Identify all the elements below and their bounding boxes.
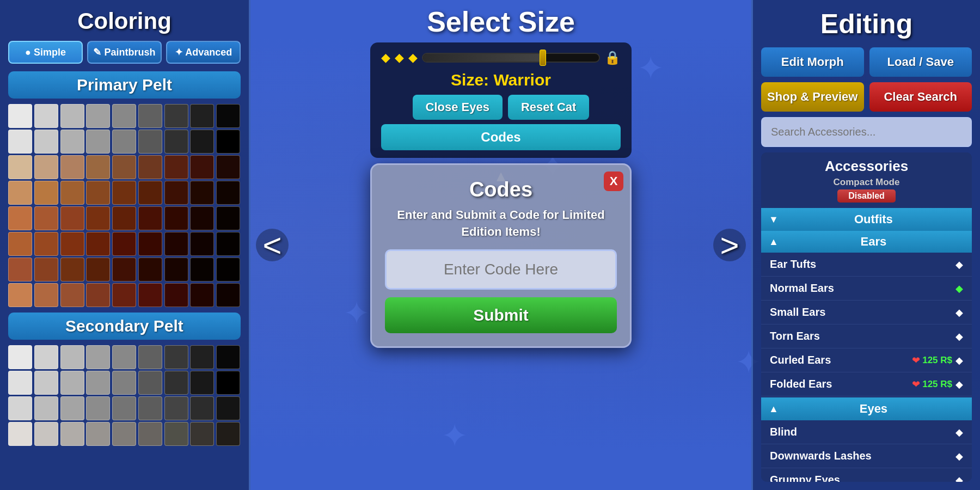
color-swatch[interactable] [34, 130, 58, 154]
color-swatch[interactable] [34, 422, 58, 446]
color-swatch[interactable] [86, 345, 110, 369]
color-swatch[interactable] [60, 155, 84, 179]
color-swatch[interactable] [190, 181, 214, 205]
color-swatch[interactable] [8, 345, 32, 369]
color-swatch[interactable] [8, 104, 32, 128]
color-swatch[interactable] [8, 181, 32, 205]
color-swatch[interactable] [190, 345, 214, 369]
color-swatch[interactable] [34, 396, 58, 420]
color-swatch[interactable] [138, 283, 162, 307]
color-swatch[interactable] [86, 232, 110, 256]
close-eyes-btn[interactable]: Close Eyes [413, 95, 503, 120]
list-item[interactable]: Folded Ears ❤ 125 R$ ◆ [761, 372, 972, 396]
color-swatch[interactable] [60, 258, 84, 281]
advanced-btn[interactable]: ✦ Advanced [166, 41, 241, 64]
color-swatch[interactable] [60, 422, 84, 446]
color-swatch[interactable] [190, 206, 214, 230]
color-swatch[interactable] [190, 155, 214, 179]
color-swatch[interactable] [34, 206, 58, 230]
color-swatch[interactable] [60, 396, 84, 420]
color-swatch[interactable] [112, 206, 136, 230]
color-swatch[interactable] [190, 130, 214, 154]
color-swatch[interactable] [138, 258, 162, 281]
simple-btn[interactable]: ● Simple [8, 41, 83, 64]
outfits-category-header[interactable]: ▼ Outfits [761, 208, 972, 231]
color-swatch[interactable] [60, 283, 84, 307]
list-item[interactable]: Grumpy Eyes ◆ [761, 468, 972, 482]
shop-preview-btn[interactable]: Shop & Preview [761, 82, 864, 112]
color-swatch[interactable] [216, 371, 240, 395]
color-swatch[interactable] [34, 104, 58, 128]
color-swatch[interactable] [8, 371, 32, 395]
color-swatch[interactable] [8, 396, 32, 420]
color-swatch[interactable] [112, 155, 136, 179]
color-swatch[interactable] [8, 155, 32, 179]
color-swatch[interactable] [34, 181, 58, 205]
color-swatch[interactable] [34, 371, 58, 395]
color-swatch[interactable] [216, 104, 240, 128]
color-swatch[interactable] [190, 422, 214, 446]
color-swatch[interactable] [190, 258, 214, 281]
list-item[interactable]: Torn Ears ◆ [761, 324, 972, 348]
color-swatch[interactable] [34, 345, 58, 369]
color-swatch[interactable] [216, 130, 240, 154]
size-slider[interactable] [422, 53, 600, 63]
code-input[interactable] [385, 249, 617, 290]
color-swatch[interactable] [34, 155, 58, 179]
color-swatch[interactable] [86, 283, 110, 307]
color-swatch[interactable] [60, 130, 84, 154]
edit-morph-btn[interactable]: Edit Morph [761, 47, 864, 77]
color-swatch[interactable] [138, 422, 162, 446]
color-swatch[interactable] [112, 345, 136, 369]
color-swatch[interactable] [190, 283, 214, 307]
color-swatch[interactable] [112, 258, 136, 281]
load-save-btn[interactable]: Load / Save [869, 47, 972, 77]
color-swatch[interactable] [138, 206, 162, 230]
color-swatch[interactable] [138, 371, 162, 395]
color-swatch[interactable] [138, 130, 162, 154]
color-swatch[interactable] [60, 206, 84, 230]
color-swatch[interactable] [60, 232, 84, 256]
paintbrush-btn[interactable]: ✎ Paintbrush [87, 41, 162, 64]
color-swatch[interactable] [138, 181, 162, 205]
color-swatch[interactable] [164, 422, 188, 446]
color-swatch[interactable] [112, 371, 136, 395]
color-swatch[interactable] [112, 283, 136, 307]
color-swatch[interactable] [164, 371, 188, 395]
color-swatch[interactable] [138, 155, 162, 179]
color-swatch[interactable] [190, 371, 214, 395]
color-swatch[interactable] [164, 258, 188, 281]
color-swatch[interactable] [138, 232, 162, 256]
color-swatch[interactable] [60, 104, 84, 128]
color-swatch[interactable] [8, 130, 32, 154]
color-swatch[interactable] [164, 130, 188, 154]
color-swatch[interactable] [86, 371, 110, 395]
color-swatch[interactable] [60, 345, 84, 369]
nav-left-arrow[interactable]: < [256, 229, 289, 261]
clear-search-btn[interactable]: Clear Search [869, 82, 972, 112]
list-item[interactable]: Ear Tufts ◆ [761, 253, 972, 277]
compact-mode-status[interactable]: Disabled [837, 189, 896, 203]
color-swatch[interactable] [190, 396, 214, 420]
color-swatch[interactable] [138, 104, 162, 128]
color-swatch[interactable] [8, 206, 32, 230]
color-swatch[interactable] [216, 232, 240, 256]
color-swatch[interactable] [164, 206, 188, 230]
color-swatch[interactable] [164, 104, 188, 128]
color-swatch[interactable] [8, 232, 32, 256]
color-swatch[interactable] [216, 181, 240, 205]
color-swatch[interactable] [60, 181, 84, 205]
color-swatch[interactable] [216, 283, 240, 307]
color-swatch[interactable] [216, 206, 240, 230]
color-swatch[interactable] [112, 181, 136, 205]
list-item[interactable]: Small Ears ◆ [761, 301, 972, 324]
color-swatch[interactable] [86, 206, 110, 230]
eyes-category-header[interactable]: ▲ Eyes [761, 397, 972, 420]
color-swatch[interactable] [8, 283, 32, 307]
color-swatch[interactable] [216, 396, 240, 420]
color-swatch[interactable] [86, 422, 110, 446]
ears-sub-category-header[interactable]: ▲ Ears [761, 231, 972, 253]
color-swatch[interactable] [86, 130, 110, 154]
color-swatch[interactable] [34, 232, 58, 256]
color-swatch[interactable] [216, 258, 240, 281]
